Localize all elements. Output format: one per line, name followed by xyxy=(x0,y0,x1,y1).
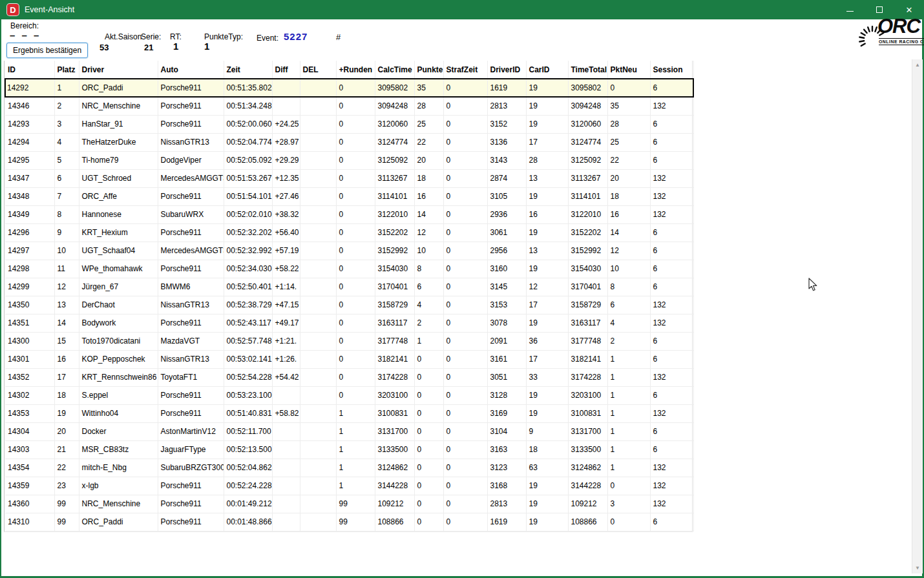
table-row[interactable]: 1430321MSR_CB83tzJaguarFType00:52:13.500… xyxy=(5,440,693,459)
col-header-diff[interactable]: Diff xyxy=(272,61,300,79)
table-row[interactable]: 1429710UGT_Schaaf04MercedesAMGGT300:52:3… xyxy=(5,242,693,260)
title-bar[interactable]: D Event-Ansicht ✕ xyxy=(0,0,924,19)
scroll-up-arrow-icon[interactable]: ▲ xyxy=(912,59,923,70)
col-header-strafzeit[interactable]: StrafZeit xyxy=(443,61,487,79)
cell-del xyxy=(300,513,336,531)
table-row[interactable]: 1435923x-lgbPorsche91100:52:24.228131442… xyxy=(5,477,693,495)
cell-driverid: 1619 xyxy=(487,79,526,97)
table-row[interactable]: 1431099ORC_PaddiPorsche91100:01:48.86699… xyxy=(5,513,693,531)
col-header-id[interactable]: ID xyxy=(5,61,54,79)
cell-runden: 1 xyxy=(336,404,375,422)
table-row[interactable]: 142969KRT_HexiumPorsche91100:52:32.202+5… xyxy=(5,223,693,242)
table-row[interactable]: 1435217KRT_Rennschwein86ToyotaFT100:52:5… xyxy=(5,368,693,386)
table-row[interactable]: 143498HannoneseSubaruWRX00:52:02.010+38.… xyxy=(5,205,693,223)
cell-diff: +58.82 xyxy=(272,404,300,422)
cell-id: 14346 xyxy=(5,97,54,115)
cell-runden: 0 xyxy=(336,386,375,404)
cell-calctime: 3152202 xyxy=(375,223,414,242)
minimize-button[interactable] xyxy=(835,0,865,19)
cell-strafzeit: 0 xyxy=(443,440,487,459)
cell-punkte: 20 xyxy=(414,151,443,169)
table-row[interactable]: 1435422mitch-E_NbgSubaruBRZGT30000:52:04… xyxy=(5,459,693,477)
cell-carid: 17 xyxy=(526,296,568,314)
col-header-runden[interactable]: +Runden xyxy=(336,61,375,79)
cell-auto: Porsche911 xyxy=(158,513,224,531)
col-header-driverid[interactable]: DriverID xyxy=(487,61,526,79)
table-row[interactable]: 1429912Jürgen_67BMWM600:52:50.401+1:14.0… xyxy=(5,278,693,296)
col-header-del[interactable]: DEL xyxy=(300,61,336,79)
col-header-timetotal[interactable]: TimeTotal xyxy=(568,61,607,79)
cell-timetotal: 3125092 xyxy=(568,151,607,169)
bereich-value: – – – xyxy=(10,30,41,41)
table-row[interactable]: 1430420DockerAstonMartinV1200:52:11.7001… xyxy=(5,422,693,440)
cell-driverid: 3152 xyxy=(487,115,526,133)
cell-pktneu: 1 xyxy=(607,368,650,386)
cell-strafzeit: 0 xyxy=(443,350,487,368)
vertical-scrollbar[interactable]: ▲ ▼ xyxy=(912,59,923,573)
table-row[interactable]: 143476UGT_SchroedMercedesAMGGT300:51:53.… xyxy=(5,169,693,187)
cell-driver: S.eppel xyxy=(79,386,158,404)
col-header-pktneu[interactable]: PktNeu xyxy=(607,61,650,79)
orc-logo-subtext: ONLINE RACING CLUB xyxy=(879,38,924,45)
cell-driverid: 3143 xyxy=(487,151,526,169)
cell-platz: 22 xyxy=(54,459,79,477)
cell-driverid: 3168 xyxy=(487,477,526,495)
table-row[interactable]: 1430116KOP_PepposchekNissanGTR1300:53:02… xyxy=(5,350,693,368)
cell-punkte: 0 xyxy=(414,350,443,368)
cell-strafzeit: 0 xyxy=(443,79,487,97)
col-header-carid[interactable]: CarID xyxy=(526,61,568,79)
cell-platz: 21 xyxy=(54,440,79,459)
col-header-driver[interactable]: Driver xyxy=(79,61,158,79)
col-header-punkte[interactable]: Punkte xyxy=(414,61,443,79)
table-row[interactable]: 1430218S.eppelPorsche91100:53:23.1000320… xyxy=(5,386,693,404)
cell-strafzeit: 0 xyxy=(443,187,487,205)
app-icon: D xyxy=(7,4,19,15)
table-row[interactable]: 142944TheHatzerDukeNissanGTR1300:52:04.7… xyxy=(5,133,693,151)
cell-driver: ORC_Paddi xyxy=(79,513,158,531)
cell-del xyxy=(300,422,336,440)
cell-driver: HanStar_91 xyxy=(79,115,158,133)
cell-diff: +12.35 xyxy=(272,169,300,187)
table-row[interactable]: 1435319Wittinho04Porsche91100:51:40.831+… xyxy=(5,404,693,422)
col-header-calctime[interactable]: CalcTime xyxy=(375,61,414,79)
col-header-auto[interactable]: Auto xyxy=(158,61,224,79)
cell-pktneu: 3 xyxy=(607,495,650,513)
table-row[interactable]: 142921ORC_PaddiPorsche91100:51:35.802030… xyxy=(5,79,693,97)
cell-id: 14294 xyxy=(5,133,54,151)
table-row[interactable]: 142955Ti-home79DodgeViper00:52:05.092+29… xyxy=(5,151,693,169)
cell-timetotal: 3100831 xyxy=(568,404,607,422)
cell-diff: +57.19 xyxy=(272,242,300,260)
table-row[interactable]: 1430015Toto1970dicataniMazdaVGT00:52:57.… xyxy=(5,332,693,350)
table-row[interactable]: 1429811WPe_thomahawkPorsche91100:52:34.0… xyxy=(5,260,693,278)
cell-calctime: 3094248 xyxy=(375,97,414,115)
cell-diff: +56.40 xyxy=(272,223,300,242)
cell-zeit: 00:52:04.862 xyxy=(224,459,272,477)
cell-pktneu: 1 xyxy=(607,422,650,440)
cell-carid: 19 xyxy=(526,223,568,242)
cell-session: 132 xyxy=(650,205,693,223)
cell-calctime: 109212 xyxy=(375,495,414,513)
cell-carid: 28 xyxy=(526,151,568,169)
table-row[interactable]: 143462NRC_MenschinePorsche91100:51:34.24… xyxy=(5,97,693,115)
col-header-session[interactable]: Session xyxy=(650,61,693,79)
results-grid: IDPlatzDriverAutoZeitDiffDEL+RundenCalcT… xyxy=(4,61,693,532)
cell-pktneu: 1 xyxy=(607,459,650,477)
cell-timetotal: 3154030 xyxy=(568,260,607,278)
table-row[interactable]: 1435114BodyworkPorsche91100:52:43.117+49… xyxy=(5,314,693,332)
cell-platz: 23 xyxy=(54,477,79,495)
cell-calctime: 3095802 xyxy=(375,79,414,97)
cell-calctime: 3170401 xyxy=(375,278,414,296)
cell-id: 14301 xyxy=(5,350,54,368)
col-header-platz[interactable]: Platz xyxy=(54,61,79,79)
scroll-down-arrow-icon[interactable]: ▼ xyxy=(912,563,923,573)
table-row[interactable]: 1435013DerChaotNissanGTR1300:52:38.729+4… xyxy=(5,296,693,314)
table-row[interactable]: 143487ORC_AffePorsche91100:51:54.101+27.… xyxy=(5,187,693,205)
col-header-zeit[interactable]: Zeit xyxy=(224,61,272,79)
cell-zeit: 00:52:43.117 xyxy=(224,314,272,332)
table-row[interactable]: 142933HanStar_91Porsche91100:52:00.060+2… xyxy=(5,115,693,133)
cell-del xyxy=(300,151,336,169)
cell-session: 6 xyxy=(650,386,693,404)
cell-auto: DodgeViper xyxy=(158,151,224,169)
confirm-result-button[interactable]: Ergebnis bestätigen xyxy=(6,43,88,58)
table-row[interactable]: 1436099NRC_MenschinePorsche91100:01:49.2… xyxy=(5,495,693,513)
